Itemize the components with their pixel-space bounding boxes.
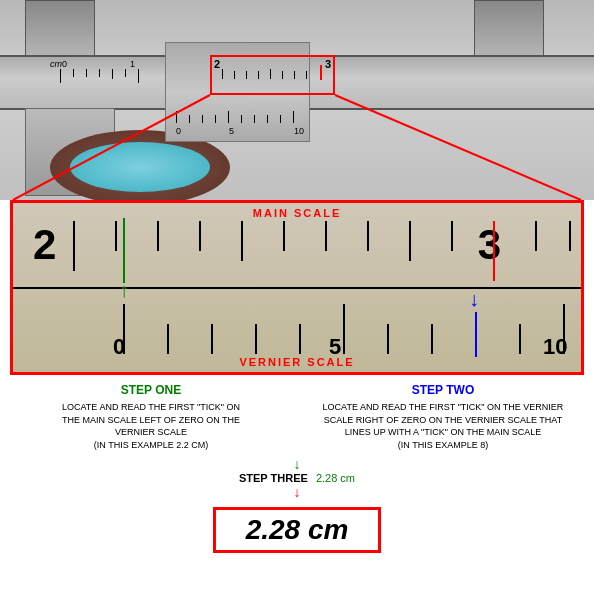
vernier-tick [255,324,257,354]
scale-1: 1 [130,59,135,69]
red-indicator-line [493,221,495,281]
main-tick [569,221,571,251]
main-tick-half2 [409,221,411,261]
vernier-tick-5 [343,304,345,354]
tick-main [112,69,113,79]
zoom-tick [294,71,295,79]
v-tick [215,115,216,123]
main-tick-half [241,221,243,261]
main-tick [283,221,285,251]
vernier-tick [211,324,213,354]
v-tick [189,115,190,123]
answer-value: 2.28 cm [213,507,382,553]
scale-num-2: 2 [33,221,56,269]
zoom-tick [246,71,247,79]
scale-num-3: 3 [478,221,501,269]
zoom-tick [234,71,235,79]
step-one-text: LOCATE AND READ THE FIRST "TICK" ON THE … [10,401,292,451]
steps-section: STEP ONE LOCATE AND READ THE FIRST "TICK… [0,375,594,451]
step-three-down-arrow: ↓ [0,484,594,500]
step-one: STEP ONE LOCATE AND READ THE FIRST "TICK… [10,383,292,451]
green-arrow-up: ↑ [119,279,129,302]
scale-0: 0 [62,59,67,69]
tick-main [125,69,126,77]
blue-arrow-down: ↓ [469,288,479,311]
vernier-5-caliper: 5 [229,126,234,136]
v-tick [267,115,268,123]
enlarged-scale-section: MAIN SCALE VERNIER SCALE 2 3 0 5 10 ↑ ↓ [10,200,584,375]
main-tick [199,221,201,251]
step-three-section: ↓ STEP THREE 2.28 cm ↓ [0,451,594,502]
step-one-title: STEP ONE [10,383,292,397]
main-scale-label: MAIN SCALE [253,207,341,219]
zoom-box-caliper: 2 3 [210,55,335,95]
answer-box: 2.28 cm [0,507,594,553]
v-tick [241,115,242,123]
step-three-row: STEP THREE 2.28 cm [0,472,594,484]
cm-label: cm [50,59,62,69]
main-tick [535,221,537,251]
zoom-tick [282,71,283,79]
vernier-tick [387,324,389,354]
step-three-arrow: ↓ [0,456,594,472]
caliper-diagram: cm 0 1 0 5 10 [0,0,594,200]
step-three-label: STEP THREE [239,472,308,484]
green-indicator-line [123,218,125,283]
vernier-num-10: 10 [543,334,567,360]
v-tick [176,111,177,123]
zoom-red-tick [320,65,322,80]
main-tick-2 [73,221,75,271]
tick-main [60,69,61,83]
vernier-num-0: 0 [113,334,125,360]
zoom-num-3: 3 [325,58,331,70]
v-tick [228,111,229,123]
v-tick [280,115,281,123]
step-two-title: STEP TWO [302,383,584,397]
tick-main [86,69,87,77]
main-tick [367,221,369,251]
main-tick [325,221,327,251]
scale-divider [13,287,581,289]
oval-inner [70,142,210,192]
blue-indicator-line [475,312,477,357]
step-three-value: 2.28 cm [316,472,355,484]
v-tick [202,115,203,123]
step-two: STEP TWO LOCATE AND READ THE FIRST "TICK… [302,383,584,451]
vernier-10-caliper: 10 [294,126,304,136]
zoom-num-2: 2 [214,58,220,70]
vernier-tick [431,324,433,354]
vernier-tick [167,324,169,354]
zoom-tick [270,69,271,79]
zoom-tick [258,71,259,79]
v-tick [254,115,255,123]
zoom-tick [222,69,223,79]
vernier-num-5: 5 [329,334,341,360]
vernier-tick [519,324,521,354]
main-tick [451,221,453,251]
vernier-tick [299,324,301,354]
zoom-tick [306,71,307,79]
v-tick [293,111,294,123]
tick-main [138,69,139,83]
tick-main [99,69,100,77]
step-two-text: LOCATE AND READ THE FIRST "TICK" ON THE … [302,401,584,451]
vernier-0-caliper: 0 [176,126,181,136]
tick-main [73,69,74,77]
main-tick [115,221,117,251]
main-tick [157,221,159,251]
